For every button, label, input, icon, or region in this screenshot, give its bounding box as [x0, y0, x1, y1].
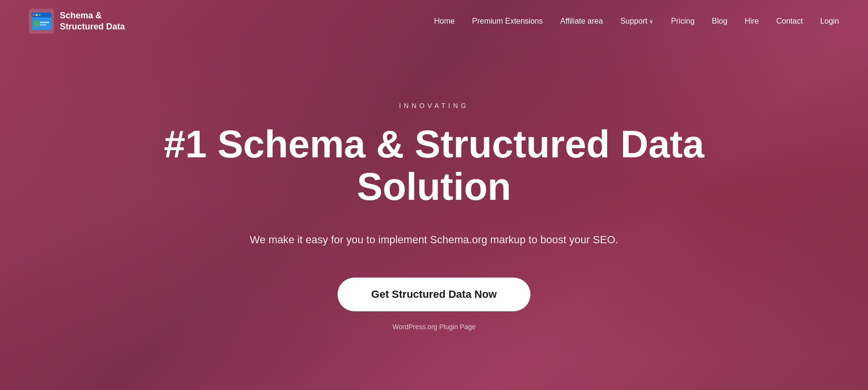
- wordpress-plugin-link[interactable]: WordPress.org Plugin Page: [393, 323, 476, 331]
- svg-rect-4: [36, 14, 38, 16]
- logo-text: Schema & Structured Data: [60, 10, 125, 33]
- hero-section: INNOVATING #1 Schema & Structured Data S…: [0, 42, 868, 390]
- svg-rect-3: [33, 14, 35, 16]
- nav-link-blog[interactable]: Blog: [712, 17, 727, 25]
- svg-rect-6: [34, 20, 39, 27]
- chevron-down-icon: ∨: [649, 18, 653, 25]
- navbar: Schema & Structured Data Home Premium Ex…: [0, 0, 868, 42]
- nav-item-contact[interactable]: Contact: [776, 17, 803, 26]
- logo-icon: [29, 9, 54, 34]
- nav-link-pricing[interactable]: Pricing: [671, 17, 694, 25]
- svg-rect-5: [39, 14, 41, 16]
- get-structured-data-button[interactable]: Get Structured Data Now: [338, 278, 530, 311]
- nav-item-support[interactable]: Support ∨: [620, 17, 653, 26]
- hero-eyebrow: INNOVATING: [399, 102, 469, 110]
- nav-link-hire[interactable]: Hire: [745, 17, 759, 25]
- hero-subtitle: We make it easy for you to implement Sch…: [250, 231, 618, 248]
- nav-item-login[interactable]: Login: [820, 17, 839, 26]
- nav-item-blog[interactable]: Blog: [712, 17, 727, 26]
- nav-link-contact[interactable]: Contact: [776, 17, 803, 25]
- nav-link-premium[interactable]: Premium Extensions: [472, 17, 543, 25]
- svg-rect-7: [40, 22, 49, 23]
- logo[interactable]: Schema & Structured Data: [29, 9, 125, 34]
- nav-link-affiliate[interactable]: Affiliate area: [560, 17, 603, 25]
- svg-rect-8: [40, 24, 46, 26]
- nav-item-home[interactable]: Home: [434, 17, 455, 26]
- nav-item-hire[interactable]: Hire: [745, 17, 759, 26]
- nav-link-home[interactable]: Home: [434, 17, 455, 25]
- page-wrapper: Schema & Structured Data Home Premium Ex…: [0, 0, 868, 390]
- nav-link-login[interactable]: Login: [820, 17, 839, 25]
- hero-title: #1 Schema & Structured Data Solution: [145, 123, 723, 208]
- nav-links: Home Premium Extensions Affiliate area S…: [434, 17, 839, 26]
- nav-item-pricing[interactable]: Pricing: [671, 17, 694, 26]
- nav-link-support[interactable]: Support ∨: [620, 17, 653, 26]
- nav-item-premium[interactable]: Premium Extensions: [472, 17, 543, 26]
- nav-item-affiliate[interactable]: Affiliate area: [560, 17, 603, 26]
